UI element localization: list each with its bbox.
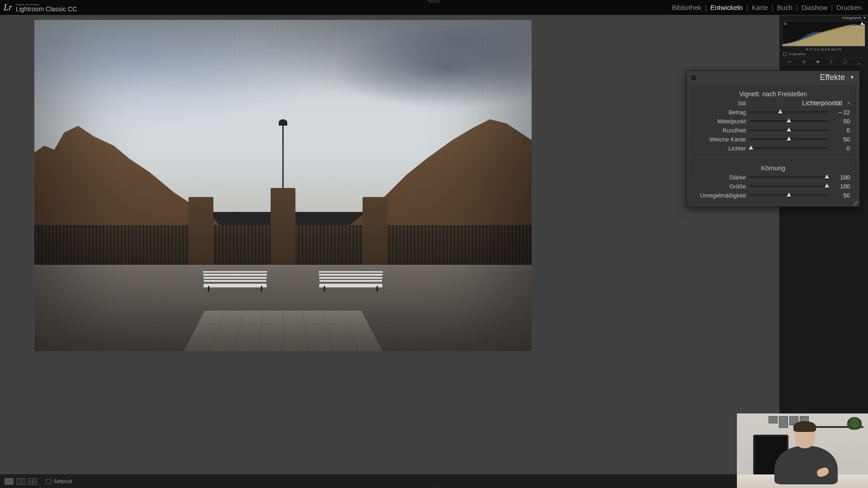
- top-panel-notch[interactable]: [427, 0, 441, 3]
- photo-preview[interactable]: [34, 20, 532, 351]
- app-logo: Lr: [4, 2, 12, 13]
- brand-big: Lightroom Classic CC: [16, 6, 77, 12]
- canvas-area: [0, 15, 658, 369]
